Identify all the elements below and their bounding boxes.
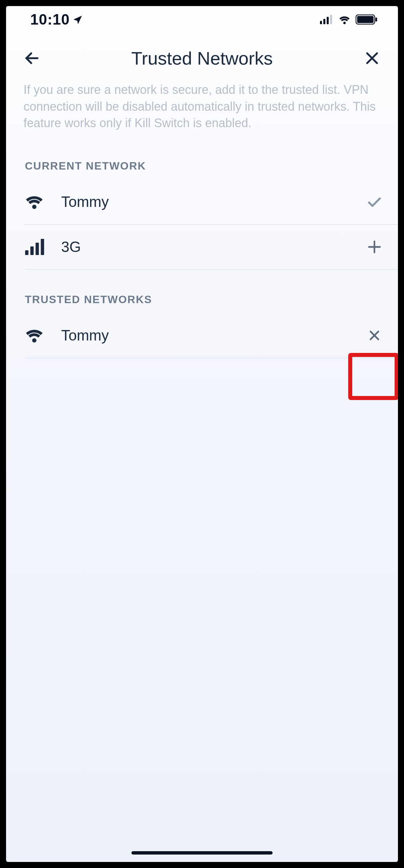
- home-indicator[interactable]: [131, 851, 273, 855]
- battery-icon: [356, 14, 378, 25]
- trusted-check-button[interactable]: [364, 192, 384, 212]
- wifi-status-icon: [338, 15, 351, 24]
- plus-icon: [367, 240, 382, 254]
- status-time: 10:10: [30, 11, 83, 28]
- section-header-current: CURRENT NETWORK: [6, 145, 398, 180]
- svg-rect-13: [41, 239, 44, 255]
- cellular-icon: [25, 239, 45, 255]
- svg-rect-11: [30, 247, 34, 255]
- add-network-button[interactable]: [364, 237, 384, 257]
- arrow-left-icon: [24, 50, 40, 67]
- trusted-network-row[interactable]: Tommy: [25, 313, 398, 358]
- status-bar: 10:10: [6, 6, 398, 33]
- svg-rect-10: [25, 250, 29, 255]
- nav-header: Trusted Networks: [6, 33, 398, 78]
- check-icon: [366, 194, 382, 210]
- clock-time: 10:10: [30, 11, 70, 28]
- highlight-annotation: [348, 353, 398, 400]
- wifi-icon: [25, 328, 45, 343]
- back-button[interactable]: [20, 46, 44, 70]
- network-name: Tommy: [61, 193, 348, 210]
- x-icon: [368, 329, 381, 342]
- svg-rect-5: [357, 16, 374, 23]
- current-network-row[interactable]: Tommy: [25, 180, 398, 225]
- network-name: 3G: [61, 239, 348, 255]
- svg-rect-2: [327, 17, 329, 24]
- svg-rect-6: [375, 18, 377, 22]
- page-title: Trusted Networks: [131, 48, 273, 69]
- cellular-signal-icon: [320, 15, 333, 24]
- wifi-icon: [25, 194, 45, 209]
- current-cellular-row[interactable]: 3G: [25, 225, 398, 270]
- svg-rect-0: [320, 21, 322, 24]
- screen: 10:10: [6, 6, 398, 862]
- location-arrow-icon: [73, 14, 83, 25]
- close-button[interactable]: [360, 46, 384, 70]
- svg-rect-1: [323, 19, 325, 24]
- svg-rect-3: [330, 15, 332, 24]
- remove-network-button[interactable]: [364, 326, 384, 345]
- section-header-trusted: TRUSTED NETWORKS: [6, 270, 398, 313]
- svg-rect-12: [36, 243, 39, 255]
- close-icon: [365, 51, 379, 66]
- network-name: Tommy: [61, 327, 348, 344]
- description-text: If you are sure a network is secure, add…: [6, 78, 398, 145]
- status-icons: [320, 14, 378, 25]
